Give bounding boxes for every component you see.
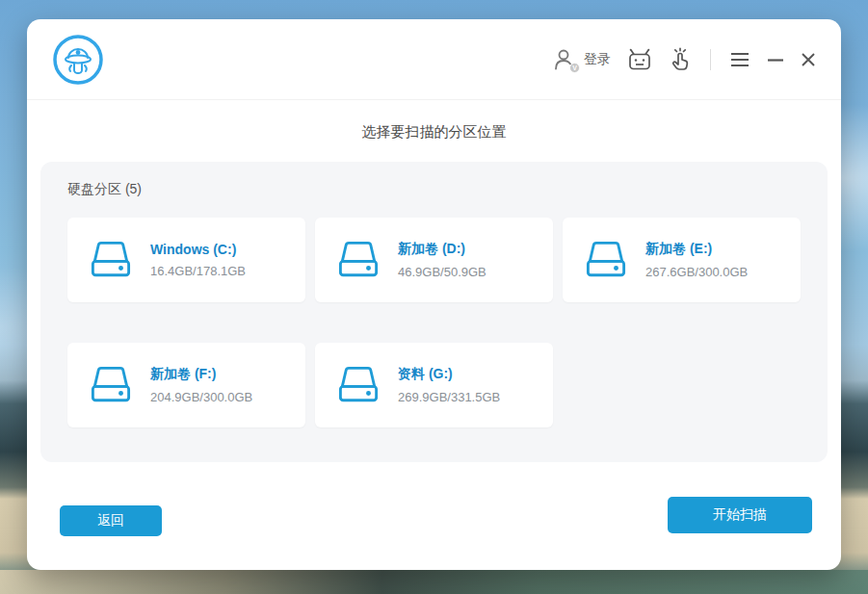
partition-size: 46.9GB/50.9GB bbox=[398, 265, 487, 279]
partition-name: 新加卷 (E:) bbox=[645, 241, 748, 258]
partition-info: 新加卷 (E:) 267.6GB/300.0GB bbox=[645, 241, 748, 279]
back-button[interactable]: 返回 bbox=[60, 505, 162, 536]
menu-button[interactable] bbox=[729, 52, 750, 67]
partition-card-g[interactable]: 资料 (G:) 269.9GB/331.5GB bbox=[315, 343, 553, 427]
partition-card-e[interactable]: 新加卷 (E:) 267.6GB/300.0GB bbox=[563, 218, 801, 302]
login-label: 登录 bbox=[584, 51, 611, 68]
start-scan-button[interactable]: 开始扫描 bbox=[668, 497, 812, 533]
tap-guide-button[interactable] bbox=[669, 47, 692, 72]
partition-name: 新加卷 (D:) bbox=[398, 241, 487, 258]
partition-size: 267.6GB/300.0GB bbox=[645, 265, 748, 279]
page-title: 选择要扫描的分区位置 bbox=[27, 123, 841, 142]
minimize-icon bbox=[767, 52, 784, 67]
partition-name: 新加卷 (F:) bbox=[150, 366, 252, 383]
partition-card-c[interactable]: Windows (C:) 16.4GB/178.1GB bbox=[67, 218, 305, 302]
partitions-section-label: 硬盘分区 (5) bbox=[67, 181, 801, 198]
drive-icon bbox=[584, 240, 628, 280]
partitions-panel: 硬盘分区 (5) Windows (C:) 16.4GB/178.1GB bbox=[40, 162, 828, 462]
partition-info: 新加卷 (F:) 204.9GB/300.0GB bbox=[150, 366, 252, 404]
drive-icon bbox=[336, 365, 381, 405]
drive-icon bbox=[89, 240, 133, 280]
tap-icon bbox=[669, 47, 692, 72]
partition-card-d[interactable]: 新加卷 (D:) 46.9GB/50.9GB bbox=[315, 218, 553, 302]
app-logo-icon bbox=[52, 34, 104, 86]
partition-info: 新加卷 (D:) 46.9GB/50.9GB bbox=[398, 241, 487, 279]
robot-assistant-button[interactable] bbox=[627, 48, 652, 71]
partition-info: 资料 (G:) 269.9GB/331.5GB bbox=[398, 366, 500, 404]
drive-icon bbox=[336, 240, 381, 280]
menu-icon bbox=[729, 52, 750, 67]
partition-info: Windows (C:) 16.4GB/178.1GB bbox=[150, 242, 246, 278]
app-window: V 登录 bbox=[27, 19, 841, 570]
minimize-button[interactable] bbox=[767, 52, 784, 67]
robot-icon bbox=[627, 48, 652, 71]
header-divider bbox=[710, 49, 711, 70]
partition-name: 资料 (G:) bbox=[398, 366, 500, 383]
login-button[interactable]: V 登录 bbox=[552, 47, 611, 72]
partition-size: 204.9GB/300.0GB bbox=[150, 390, 252, 404]
partition-size: 269.9GB/331.5GB bbox=[398, 390, 500, 404]
user-icon: V bbox=[552, 47, 577, 72]
header-actions: V 登录 bbox=[552, 47, 816, 72]
partition-size: 16.4GB/178.1GB bbox=[150, 264, 246, 278]
partition-name: Windows (C:) bbox=[150, 242, 246, 257]
drive-icon bbox=[89, 365, 133, 405]
vip-badge: V bbox=[569, 63, 580, 73]
title-bar: V 登录 bbox=[27, 19, 841, 100]
partitions-grid: Windows (C:) 16.4GB/178.1GB 新加卷 (D:) 46.… bbox=[67, 218, 801, 427]
close-button[interactable] bbox=[801, 52, 816, 67]
partition-card-f[interactable]: 新加卷 (F:) 204.9GB/300.0GB bbox=[67, 343, 305, 427]
close-icon bbox=[801, 52, 816, 67]
